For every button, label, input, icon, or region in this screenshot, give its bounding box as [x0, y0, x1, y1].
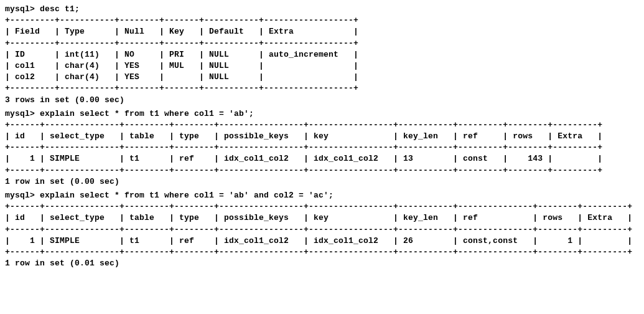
- desc-footer: 3 rows in set (0.00 sec): [5, 95, 639, 106]
- desc-table-output: +---------+-----------+--------+-------+…: [5, 15, 639, 94]
- cmd-explain-1: explain select * from t1 where col1 = 'a…: [5, 108, 639, 120]
- explain2-output: +------+---------------+---------+------…: [5, 201, 639, 258]
- explain1-output: +------+---------------+---------+------…: [5, 120, 639, 176]
- cmd-desc-t1: desc t1;: [5, 4, 639, 15]
- cmd-explain-2: explain select * from t1 where col1 = 'a…: [5, 190, 639, 201]
- explain1-footer: 1 row in set (0.00 sec): [5, 176, 639, 188]
- explain2-footer: 1 row in set (0.01 sec): [5, 258, 639, 269]
